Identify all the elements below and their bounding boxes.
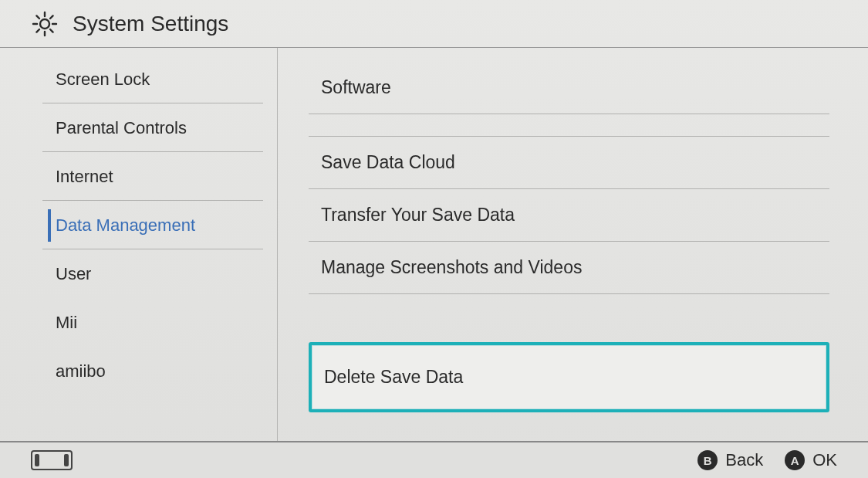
- back-button-label: Back: [725, 450, 763, 470]
- content-item-software[interactable]: Software: [309, 62, 829, 114]
- content-panel: Software Save Data Cloud Transfer Your S…: [278, 48, 868, 441]
- header: System Settings: [0, 0, 868, 48]
- sidebar-item-amiibo[interactable]: amiibo: [0, 347, 277, 396]
- controller-icon: [31, 450, 73, 470]
- sidebar-item-label: User: [56, 264, 91, 283]
- content-item-transfer-save-data[interactable]: Transfer Your Save Data: [309, 188, 829, 241]
- a-button-glyph: A: [785, 450, 805, 470]
- svg-point-0: [40, 19, 49, 29]
- sidebar-item-parental-controls[interactable]: Parental Controls: [0, 104, 277, 153]
- content-gap: [309, 114, 829, 136]
- sidebar-item-label: Screen Lock: [56, 69, 150, 89]
- sidebar-item-label: Data Management: [56, 215, 195, 235]
- sidebar-item-mii[interactable]: Mii: [0, 299, 277, 347]
- sidebar-item-label: Mii: [56, 313, 77, 332]
- ok-button[interactable]: A OK: [785, 450, 837, 470]
- footer: B Back A OK: [0, 441, 868, 478]
- content-item-label: Transfer Your Save Data: [321, 205, 515, 225]
- sidebar-item-label: Internet: [56, 167, 113, 186]
- content-item-save-data-cloud[interactable]: Save Data Cloud: [309, 136, 829, 188]
- ok-button-label: OK: [812, 450, 837, 470]
- content-item-manage-screenshots[interactable]: Manage Screenshots and Videos: [309, 241, 829, 294]
- content-item-delete-save-data[interactable]: Delete Save Data: [309, 342, 829, 412]
- page-title: System Settings: [73, 12, 228, 36]
- sidebar-item-label: amiibo: [56, 361, 106, 381]
- sidebar-item-user[interactable]: User: [0, 250, 277, 299]
- gear-icon: [31, 10, 59, 38]
- main-area: Screen Lock Parental Controls Internet D…: [0, 48, 868, 441]
- content-item-label: Delete Save Data: [324, 367, 463, 387]
- sidebar-item-screen-lock[interactable]: Screen Lock: [0, 56, 277, 104]
- b-button-glyph: B: [697, 450, 718, 470]
- sidebar-item-label: Parental Controls: [56, 118, 187, 137]
- content-item-label: Software: [321, 77, 391, 97]
- sidebar: Screen Lock Parental Controls Internet D…: [0, 48, 278, 441]
- sidebar-item-data-management[interactable]: Data Management: [0, 202, 277, 250]
- back-button[interactable]: B Back: [697, 450, 763, 470]
- sidebar-item-internet[interactable]: Internet: [0, 153, 277, 202]
- content-gap: [309, 294, 829, 342]
- content-item-label: Save Data Cloud: [321, 152, 455, 172]
- content-item-label: Manage Screenshots and Videos: [321, 257, 582, 277]
